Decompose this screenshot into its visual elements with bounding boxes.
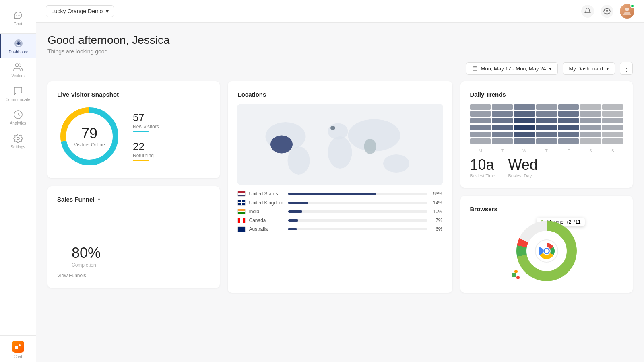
gear-button[interactable] <box>601 5 613 18</box>
notification-button[interactable] <box>581 5 594 18</box>
visitor-stats: 57 New visitors 22 Returning <box>133 111 159 161</box>
svg-point-1 <box>15 64 19 67</box>
heatmap-cell <box>492 138 513 144</box>
returning-label: Returning <box>133 153 159 158</box>
sidebar-item-settings[interactable]: Settings <box>0 129 36 152</box>
visitors-online-count: 79 <box>74 125 105 142</box>
heatmap-cell <box>492 132 513 137</box>
funnel-label: Completion <box>72 262 101 268</box>
trend-stats: 10a Busiest Time Wed Busiest Day <box>470 156 623 178</box>
heatmap-cell <box>602 132 623 137</box>
sidebar-nav: Dashboard Visitors Communicate Analytics <box>0 34 36 335</box>
visitors-online-label: Visitors Online <box>74 142 105 148</box>
heatmap-cell <box>602 104 623 110</box>
heatmap-cell <box>536 138 557 144</box>
right-column: Daily Trends M T W T F S S <box>460 81 633 293</box>
header-actions <box>581 4 634 19</box>
chevron-down-icon: ▾ <box>606 66 609 72</box>
main-content: Lucky Orange Demo ▾ <box>36 0 644 362</box>
avatar[interactable] <box>620 4 634 19</box>
sidebar-top: Chat <box>0 0 36 34</box>
sidebar-item-dashboard[interactable]: Dashboard <box>0 34 36 58</box>
busiest-time-value: 10a <box>470 156 495 173</box>
new-visitors-stat: 57 New visitors <box>133 111 159 132</box>
sidebar-item-chat[interactable]: Chat <box>0 6 36 29</box>
funnel-completion: 80% <box>72 245 101 261</box>
bar-track-uk <box>288 202 427 204</box>
site-name: Lucky Orange Demo <box>51 8 103 14</box>
funnel-chevron-icon[interactable]: ▾ <box>98 197 100 202</box>
chrome-logo <box>526 231 567 271</box>
heatmap-cell <box>514 111 535 117</box>
country-row-ca: Canada 7% <box>237 218 442 223</box>
sales-funnel-card: Sales Funnel ▾ 80% Completion <box>47 186 220 288</box>
browser-chart: Chrome 72,711 <box>470 219 623 283</box>
sidebar-item-communicate[interactable]: Communicate <box>0 81 36 105</box>
chevron-down-icon: ▾ <box>106 8 109 14</box>
heatmap-cell <box>558 111 579 117</box>
browsers-card: Browsers Chrome 72,711 <box>460 196 633 293</box>
busiest-day-value: Wed <box>508 156 537 173</box>
date-range-picker[interactable]: Mon, May 17 - Mon, May 24 ▾ <box>466 62 558 75</box>
heatmap-cell <box>558 118 579 123</box>
bar-fill-uk <box>288 202 308 204</box>
returning-visitors-stat: 22 Returning <box>133 140 159 161</box>
heatmap-cell <box>580 111 601 117</box>
browsers-title: Browsers <box>470 206 623 212</box>
country-row-us: United States 63% <box>237 191 442 197</box>
heatmap-cell <box>470 132 491 137</box>
donut-section: 79 Visitors Online 57 New visitors <box>57 104 210 169</box>
daily-trends-title: Daily Trends <box>470 91 623 98</box>
app-header: Lucky Orange Demo ▾ <box>36 0 644 23</box>
bar-fill-in <box>288 210 302 213</box>
date-range-label: Mon, May 17 - Mon, May 24 <box>481 66 546 72</box>
avatar-online-badge <box>630 4 634 8</box>
heatmap-cell <box>580 132 601 137</box>
pct-au: 6% <box>431 226 443 232</box>
view-funnels-link[interactable]: View Funnels <box>57 273 210 278</box>
bar-track-in <box>288 210 427 213</box>
donut-label: 79 Visitors Online <box>74 125 105 148</box>
heatmap-cell <box>558 125 579 130</box>
sidebar-item-analytics[interactable]: Analytics <box>0 105 36 129</box>
heatmap-cell <box>470 138 491 144</box>
heatmap-cell <box>602 111 623 117</box>
svg-point-6 <box>606 10 608 12</box>
locations-card: Locations <box>228 81 452 293</box>
heatmap-cell <box>580 104 601 110</box>
more-options-button[interactable]: ⋮ <box>620 62 633 75</box>
svg-point-5 <box>19 344 21 346</box>
heatmap-cell <box>514 125 535 130</box>
svg-point-23 <box>330 126 335 130</box>
heatmap-days: M T W T F S S <box>470 149 623 153</box>
sidebar-visitors-label: Visitors <box>11 74 25 78</box>
bar-fill-ca <box>288 219 298 222</box>
content-area: Good afternoon, Jessica Things are looki… <box>36 23 644 362</box>
heatmap-cell <box>536 104 557 110</box>
country-name-in: India <box>249 209 285 214</box>
country-row-au: Australia 6% <box>237 226 442 232</box>
pct-us: 63% <box>431 191 443 197</box>
heatmap-cell <box>492 125 513 130</box>
svg-point-22 <box>383 154 409 173</box>
country-name-ca: Canada <box>249 218 285 223</box>
new-visitors-bar <box>133 131 149 132</box>
dashboard-selector[interactable]: My Dashboard ▾ <box>563 62 615 75</box>
locations-title: Locations <box>237 91 442 98</box>
donut-chart: 79 Visitors Online <box>57 104 122 169</box>
busiest-time-label: Busiest Time <box>470 173 495 178</box>
heatmap-grid <box>470 104 623 144</box>
site-selector[interactable]: Lucky Orange Demo ▾ <box>46 5 114 17</box>
chevron-down-icon: ▾ <box>549 66 552 72</box>
world-map <box>237 104 442 185</box>
bar-track-ca <box>288 219 427 222</box>
sidebar-item-chat-bottom[interactable]: Chat <box>0 336 36 362</box>
bar-track-au <box>288 228 427 230</box>
svg-point-19 <box>328 136 352 169</box>
svg-point-21 <box>364 139 376 154</box>
heatmap-cell <box>470 118 491 123</box>
svg-point-27 <box>545 249 549 253</box>
sidebar-dashboard-label: Dashboard <box>9 50 29 54</box>
funnel-content: 80% Completion <box>57 209 210 268</box>
sidebar-item-visitors[interactable]: Visitors <box>0 58 36 81</box>
